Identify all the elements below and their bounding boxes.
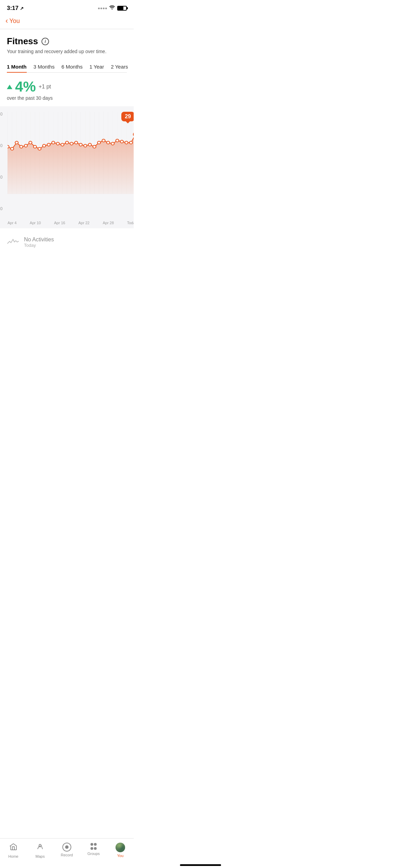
- chart-tooltip: 29: [121, 112, 134, 121]
- y-label-40: 40: [0, 112, 2, 117]
- y-label-30: 30: [0, 143, 2, 148]
- svg-point-34: [29, 141, 32, 144]
- svg-point-54: [120, 140, 123, 143]
- y-label-20: 20: [0, 175, 2, 180]
- svg-point-55: [125, 141, 128, 144]
- fitness-subtitle: Your training and recovery added up over…: [7, 49, 127, 54]
- status-time: 3:17: [7, 5, 19, 12]
- tab-1-month[interactable]: 1 Month: [7, 60, 27, 72]
- no-activities-subtitle: Today: [24, 243, 54, 248]
- tab-6-months[interactable]: 6 Months: [61, 60, 83, 72]
- svg-point-36: [38, 147, 41, 150]
- svg-point-31: [15, 141, 18, 144]
- svg-point-50: [102, 139, 105, 142]
- tabs: 1 Month 3 Months 6 Months 1 Year 2 Years: [7, 60, 127, 73]
- status-icons: [98, 5, 127, 11]
- no-activities-text: No Activities Today: [24, 237, 54, 248]
- stat-block: 4% +1 pt over the past 30 days: [7, 80, 127, 101]
- svg-point-30: [11, 147, 14, 150]
- fitness-title: Fitness: [7, 36, 38, 47]
- stat-main: 4% +1 pt: [7, 80, 127, 94]
- svg-point-53: [116, 139, 119, 142]
- wifi-icon: [109, 5, 115, 11]
- svg-point-29: [8, 145, 9, 148]
- svg-point-52: [111, 142, 114, 145]
- battery-icon: [117, 6, 127, 11]
- x-label-apr28: Apr 28: [103, 221, 114, 225]
- no-activities: No Activities Today: [0, 228, 134, 256]
- up-arrow-icon: [7, 85, 12, 89]
- tab-2-years[interactable]: 2 Years: [111, 60, 128, 72]
- svg-point-37: [42, 144, 46, 147]
- svg-point-57: [133, 132, 134, 136]
- location-icon: ↗: [20, 6, 24, 11]
- svg-point-56: [130, 141, 133, 144]
- svg-point-43: [70, 142, 73, 145]
- svg-point-47: [88, 143, 92, 146]
- stat-percent: 4%: [15, 80, 36, 94]
- y-label-10: 10: [0, 206, 2, 211]
- chart-area: 29 40 30 20 10: [0, 112, 134, 228]
- svg-point-40: [56, 142, 59, 145]
- chart-svg: [8, 112, 134, 211]
- x-label-apr22: Apr 22: [78, 221, 89, 225]
- x-label-apr4: Apr 4: [8, 221, 16, 225]
- tab-3-months[interactable]: 3 Months: [34, 60, 55, 72]
- svg-point-45: [79, 143, 82, 146]
- signal-icon: [98, 8, 107, 9]
- back-nav[interactable]: ‹ You: [0, 14, 134, 29]
- info-icon[interactable]: i: [41, 38, 49, 45]
- status-bar: 3:17 ↗: [0, 0, 134, 14]
- svg-point-39: [52, 141, 55, 144]
- svg-point-42: [65, 141, 69, 144]
- stat-description: over the past 30 days: [7, 95, 127, 101]
- svg-point-33: [24, 144, 27, 147]
- svg-point-51: [107, 141, 110, 144]
- back-chevron-icon: ‹: [5, 17, 8, 25]
- main-content: Fitness i Your training and recovery add…: [0, 29, 134, 101]
- activity-wave-icon: [7, 237, 19, 248]
- x-label-apr16: Apr 16: [54, 221, 65, 225]
- tab-1-year[interactable]: 1 Year: [89, 60, 104, 72]
- fitness-header: Fitness i: [7, 36, 127, 47]
- svg-point-32: [20, 145, 23, 148]
- svg-point-38: [47, 143, 50, 146]
- svg-point-46: [84, 144, 87, 147]
- chart-y-labels: 40 30 20 10: [0, 112, 2, 211]
- svg-point-48: [93, 145, 96, 148]
- chart-container: 29 40 30 20 10: [0, 106, 134, 228]
- svg-point-35: [34, 145, 37, 148]
- svg-point-41: [61, 143, 64, 146]
- stat-points: +1 pt: [39, 84, 51, 90]
- no-activities-title: No Activities: [24, 237, 54, 243]
- x-label-today: Today: [127, 221, 134, 225]
- x-label-apr10: Apr 10: [30, 221, 41, 225]
- svg-point-44: [75, 141, 78, 144]
- svg-point-49: [97, 141, 100, 144]
- chart-x-labels: Apr 4 Apr 10 Apr 16 Apr 22 Apr 28 Today: [8, 221, 134, 225]
- back-label: You: [9, 17, 20, 25]
